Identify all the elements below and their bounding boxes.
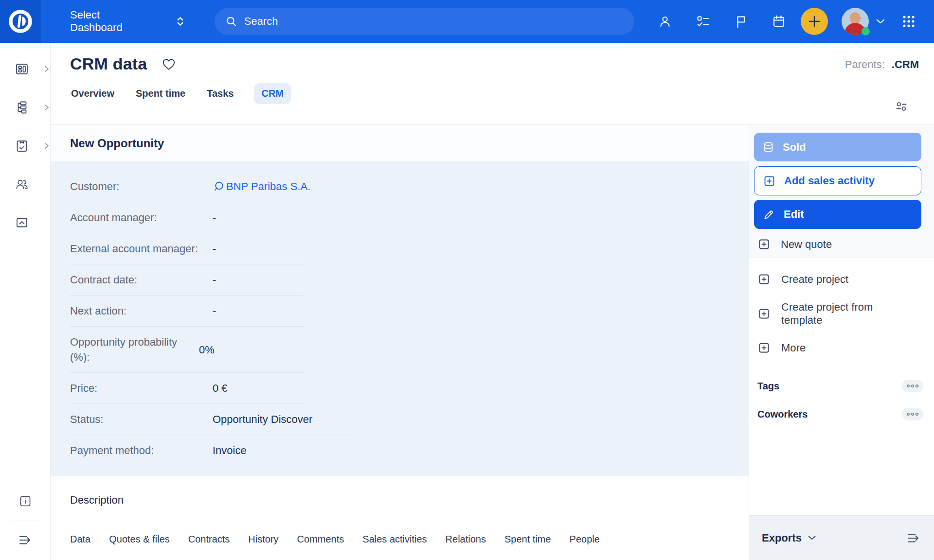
exports-bar: Exports <box>749 515 934 560</box>
parents-link[interactable]: .CRM <box>892 58 919 71</box>
field-value: 0 € <box>213 381 228 396</box>
tab-comments[interactable]: Comments <box>297 534 344 545</box>
tab-quotes-files[interactable]: Quotes & files <box>109 534 170 545</box>
create-project-label: Create project <box>781 273 848 286</box>
search-bar[interactable] <box>215 8 634 35</box>
exports-dropdown[interactable]: Exports <box>749 516 893 560</box>
field-row-price: Price: 0 € <box>70 373 304 404</box>
tab-sales-activities[interactable]: Sales activities <box>362 534 427 545</box>
coins-icon <box>763 141 774 154</box>
sold-button[interactable]: Sold <box>754 133 921 161</box>
exports-label: Exports <box>762 532 802 544</box>
create-project-from-template-button[interactable]: Create project from template <box>758 300 921 327</box>
create-project-from-template-label: Create project from template <box>781 300 893 327</box>
tab-contracts[interactable]: Contracts <box>188 534 230 545</box>
account-chevron-down-icon[interactable] <box>876 18 885 24</box>
tags-row: Tags <box>749 372 934 400</box>
field-value: - <box>213 210 216 225</box>
avatar[interactable] <box>842 8 869 35</box>
tab-crm[interactable]: CRM <box>254 83 291 104</box>
tree-icon <box>15 100 29 115</box>
more-button[interactable]: More <box>758 341 921 354</box>
coworkers-more-button[interactable] <box>902 408 923 420</box>
field-label: Next action: <box>70 303 213 318</box>
add-sales-activity-label: Add sales activity <box>784 175 875 187</box>
tab-tasks[interactable]: Tasks <box>206 83 234 104</box>
field-value: - <box>213 272 216 287</box>
chevron-right-icon <box>44 104 50 111</box>
customer-link[interactable]: BNP Paribas S.A. <box>213 179 310 194</box>
plus-square-icon <box>758 238 770 250</box>
app-logo[interactable] <box>0 0 41 43</box>
create-project-button[interactable]: Create project <box>758 273 921 286</box>
tab-data[interactable]: Data <box>70 534 90 545</box>
field-label: Opportunity probability (%): <box>70 334 199 365</box>
tab-people[interactable]: People <box>570 534 600 545</box>
field-label: External account manager: <box>70 241 213 256</box>
opportunity-title: New Opportunity <box>70 137 164 150</box>
sidebar-item-users[interactable] <box>21 171 29 198</box>
profile-icon[interactable] <box>658 14 672 29</box>
tab-spent-time-detail[interactable]: Spent time <box>504 534 551 545</box>
opportunity-detail: New Opportunity Customer: BNP Paribas S.… <box>51 125 749 560</box>
pencil-icon <box>763 209 775 221</box>
expand-sidebar-button[interactable] <box>18 533 33 547</box>
page-header: CRM data Parents: .CRM Overview Spent ti… <box>51 43 934 125</box>
collapse-panel-icon <box>905 530 922 546</box>
edit-button[interactable]: Edit <box>754 200 921 229</box>
dashboard-select[interactable]: Select Dashboard <box>70 9 152 34</box>
chevron-right-icon <box>44 142 50 150</box>
calendar-icon[interactable] <box>772 14 786 29</box>
tags-more-button[interactable] <box>902 380 923 392</box>
unfold-icon[interactable] <box>174 15 186 28</box>
quick-add-button[interactable] <box>801 8 828 35</box>
coworkers-row: Coworkers <box>749 400 934 428</box>
plus-icon <box>808 15 821 28</box>
sidebar <box>0 43 51 560</box>
search-input[interactable] <box>244 15 624 28</box>
tasks-icon[interactable] <box>696 14 710 29</box>
favorite-heart-icon[interactable] <box>162 57 176 71</box>
ellipsis-icon <box>906 411 919 417</box>
field-row-next-action: Next action: - <box>70 296 304 327</box>
add-sales-activity-button[interactable]: Add sales activity <box>754 166 921 195</box>
secondary-actions: Create project Create project from templ… <box>749 258 934 372</box>
field-value: Opportunity Discover <box>213 412 312 427</box>
action-panel: Sold Add sales activity Edit <box>749 125 934 560</box>
tab-overview[interactable]: Overview <box>70 83 115 104</box>
chevron-right-icon <box>44 65 50 73</box>
field-value: - <box>213 241 216 256</box>
expand-sidebar-icon <box>18 533 33 547</box>
online-status-dot <box>862 27 870 35</box>
customer-icon <box>213 180 225 193</box>
tab-history[interactable]: History <box>248 534 278 545</box>
page-settings-sliders-icon[interactable] <box>894 100 909 113</box>
parents-label: Parents: <box>845 58 885 71</box>
flag-icon[interactable] <box>734 14 748 29</box>
description-section: Description Data Quotes & files Contract… <box>51 476 749 560</box>
sidebar-item-dashboards[interactable] <box>21 55 29 83</box>
plus-square-icon <box>758 273 770 285</box>
new-quote-label: New quote <box>781 238 832 251</box>
new-quote-button[interactable]: New quote <box>754 238 921 251</box>
detail-tabs: Data Quotes & files Contracts History Co… <box>70 534 749 545</box>
topbar: Select Dashboard <box>0 0 934 43</box>
sidebar-item-tasks[interactable] <box>21 132 29 159</box>
field-row-customer: Customer: BNP Paribas S.A. <box>70 171 354 202</box>
collapse-panel-button[interactable] <box>893 516 934 560</box>
tab-spent-time[interactable]: Spent time <box>135 83 186 104</box>
plus-square-icon <box>758 308 770 320</box>
breadcrumb-parents: Parents: .CRM <box>845 58 919 71</box>
tab-relations[interactable]: Relations <box>446 534 486 545</box>
field-label: Account manager: <box>70 210 213 225</box>
page-title: CRM data <box>70 54 147 73</box>
apps-grid-icon[interactable] <box>901 14 916 29</box>
tags-label: Tags <box>757 381 779 392</box>
description-heading: Description <box>70 494 749 507</box>
field-label: Contract date: <box>70 272 213 287</box>
dashboard-icon <box>15 62 29 76</box>
opportunity-fields: Customer: BNP Paribas S.A. Account manag… <box>51 161 749 476</box>
sidebar-item-projects-tree[interactable] <box>21 94 29 121</box>
sidebar-item-modules[interactable] <box>21 209 29 236</box>
info-button[interactable] <box>18 494 32 508</box>
